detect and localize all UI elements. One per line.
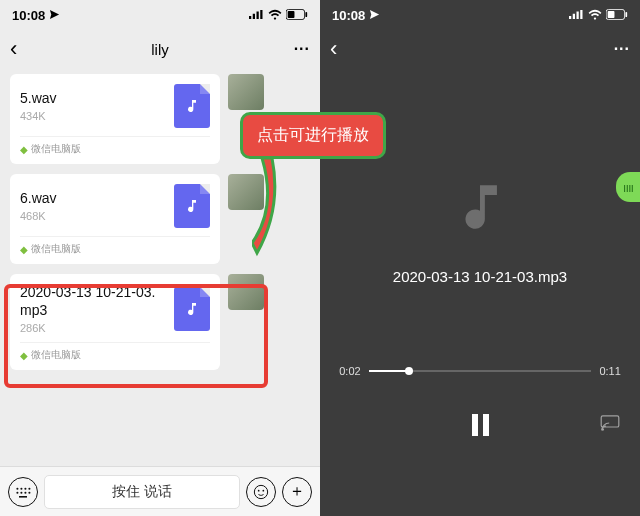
svg-point-10 bbox=[28, 487, 30, 489]
progress-handle[interactable] bbox=[405, 367, 413, 375]
hold-to-talk-button[interactable]: 按住 说话 bbox=[44, 475, 240, 509]
avatar[interactable] bbox=[228, 274, 264, 310]
progress-area: 0:02 0:11 bbox=[339, 365, 621, 377]
svg-point-7 bbox=[16, 487, 18, 489]
player-filename: 2020-03-13 10-21-03.mp3 bbox=[393, 268, 567, 285]
progress-bar[interactable] bbox=[369, 370, 592, 372]
svg-rect-0 bbox=[249, 16, 251, 19]
svg-rect-15 bbox=[19, 496, 27, 498]
more-button[interactable]: ··· bbox=[606, 40, 630, 58]
pause-button[interactable] bbox=[462, 407, 498, 443]
wifi-icon bbox=[588, 8, 602, 23]
file-size: 286K bbox=[20, 322, 160, 334]
status-time: 10:08 bbox=[332, 8, 365, 23]
status-bar: 10:08 bbox=[0, 0, 320, 30]
svg-rect-3 bbox=[260, 10, 262, 19]
svg-rect-22 bbox=[580, 10, 582, 19]
svg-point-18 bbox=[262, 489, 264, 491]
emoji-button[interactable] bbox=[246, 477, 276, 507]
status-time: 10:08 bbox=[12, 8, 45, 23]
player-screen: 10:08 ‹ ··· ıııı bbox=[320, 0, 640, 516]
back-button[interactable]: ‹ bbox=[10, 36, 34, 62]
svg-point-12 bbox=[20, 491, 22, 493]
keyboard-button[interactable] bbox=[8, 477, 38, 507]
chat-title: lily bbox=[34, 41, 286, 58]
file-bubble[interactable]: 2020-03-13 10-21-03.mp3 286K ◆微信电脑版 bbox=[10, 274, 220, 370]
file-source: ◆微信电脑版 bbox=[20, 136, 210, 156]
svg-rect-1 bbox=[253, 13, 255, 18]
more-button[interactable]: ··· bbox=[286, 40, 310, 58]
svg-rect-2 bbox=[257, 11, 259, 19]
svg-rect-21 bbox=[577, 11, 579, 19]
location-icon bbox=[49, 8, 60, 23]
svg-point-11 bbox=[16, 491, 18, 493]
file-name: 5.wav bbox=[20, 90, 57, 108]
voice-indicator[interactable]: ıııı bbox=[616, 172, 640, 202]
music-icon bbox=[451, 178, 509, 240]
battery-icon bbox=[606, 8, 628, 23]
music-file-icon bbox=[174, 84, 210, 128]
plus-button[interactable]: ＋ bbox=[282, 477, 312, 507]
file-name: 6.wav bbox=[20, 190, 57, 208]
chat-screen: 10:08 ‹ lily ··· bbox=[0, 0, 320, 516]
avatar[interactable] bbox=[228, 74, 264, 110]
svg-point-16 bbox=[254, 485, 267, 498]
svg-rect-6 bbox=[305, 11, 307, 16]
file-bubble[interactable]: 6.wav 468K ◆微信电脑版 bbox=[10, 174, 220, 264]
svg-rect-20 bbox=[573, 13, 575, 18]
battery-icon bbox=[286, 8, 308, 23]
message-row: 2020-03-13 10-21-03.mp3 286K ◆微信电脑版 bbox=[10, 274, 310, 370]
svg-rect-24 bbox=[608, 11, 615, 18]
svg-rect-5 bbox=[288, 11, 295, 18]
svg-point-17 bbox=[258, 489, 260, 491]
player-controls bbox=[320, 407, 640, 443]
signal-icon bbox=[569, 8, 584, 23]
location-icon bbox=[369, 8, 380, 23]
svg-rect-19 bbox=[569, 16, 571, 19]
svg-rect-25 bbox=[625, 11, 627, 16]
status-bar: 10:08 bbox=[320, 0, 640, 30]
file-source: ◆微信电脑版 bbox=[20, 236, 210, 256]
svg-point-27 bbox=[602, 428, 604, 430]
callout-annotation: 点击可进行播放 bbox=[240, 112, 386, 159]
input-bar: 按住 说话 ＋ bbox=[0, 466, 320, 516]
file-size: 434K bbox=[20, 110, 57, 122]
music-file-icon bbox=[174, 184, 210, 228]
file-bubble[interactable]: 5.wav 434K ◆微信电脑版 bbox=[10, 74, 220, 164]
svg-point-9 bbox=[24, 487, 26, 489]
music-file-icon bbox=[174, 287, 210, 331]
file-source: ◆微信电脑版 bbox=[20, 342, 210, 362]
signal-icon bbox=[249, 8, 264, 23]
file-size: 468K bbox=[20, 210, 57, 222]
svg-point-14 bbox=[28, 491, 30, 493]
svg-point-13 bbox=[24, 491, 26, 493]
duration-time: 0:11 bbox=[599, 365, 620, 377]
cast-icon[interactable] bbox=[600, 415, 620, 435]
chat-header: ‹ lily ··· bbox=[0, 30, 320, 68]
progress-fill bbox=[369, 370, 409, 372]
svg-point-8 bbox=[20, 487, 22, 489]
wifi-icon bbox=[268, 8, 282, 23]
player-header: ‹ ··· bbox=[320, 30, 640, 68]
back-button[interactable]: ‹ bbox=[330, 36, 354, 62]
elapsed-time: 0:02 bbox=[339, 365, 360, 377]
file-name: 2020-03-13 10-21-03.mp3 bbox=[20, 284, 160, 319]
